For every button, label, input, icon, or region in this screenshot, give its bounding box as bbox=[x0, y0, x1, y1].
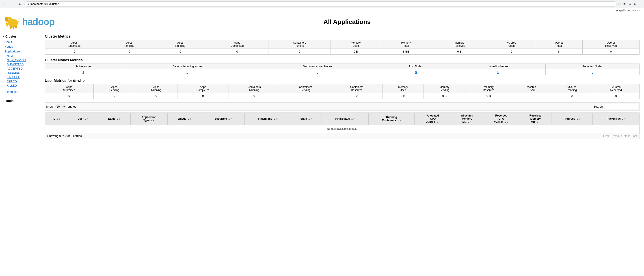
rebooted-nodes-link[interactable]: 0 bbox=[592, 70, 593, 74]
val-apps-submitted: 0 bbox=[45, 49, 104, 55]
th-reserved-mem[interactable]: ReservedMemoryMB ▲▼ bbox=[520, 113, 552, 125]
browser-chrome: ← → ↻ ● localhost:8088/cluster □ ★ ⚙ ● ⋮ bbox=[0, 0, 644, 8]
sidebar-item-applications[interactable]: Applications bbox=[0, 49, 40, 54]
val-lost-nodes: 0 bbox=[382, 69, 450, 75]
um-col-memory-pending: MemoryPending bbox=[424, 84, 465, 93]
sidebar-item-running[interactable]: RUNNING bbox=[0, 71, 40, 75]
decommissioned-link[interactable]: 0 bbox=[316, 70, 318, 74]
val-unhealthy-nodes: 0 bbox=[450, 69, 546, 75]
col-decommissioning-nodes: Decommissioning Nodes bbox=[122, 64, 253, 69]
svg-rect-7 bbox=[15, 26, 17, 28]
sidebar-item-finished[interactable]: FINISHED bbox=[0, 75, 40, 79]
val-vcores-used: 0 bbox=[488, 49, 535, 55]
address-bar[interactable]: ● localhost:8088/cluster bbox=[24, 1, 617, 6]
col-containers-running: ContainersRunning bbox=[268, 40, 331, 49]
cluster-nodes-table: Active Nodes Decommissioning Nodes Decom… bbox=[45, 64, 640, 75]
sidebar-item-accepted[interactable]: ACCEPTED bbox=[0, 66, 40, 71]
search-input[interactable] bbox=[605, 104, 638, 109]
sidebar-item-killed[interactable]: KILLED bbox=[0, 83, 40, 88]
col-active-nodes: Active Nodes bbox=[45, 64, 122, 69]
um-col-containers-reserved: ContainersReserved bbox=[331, 84, 382, 93]
main-layout: ▼ Cluster About Nodes Applications NEW N… bbox=[0, 31, 644, 276]
entries-label: entries bbox=[68, 105, 76, 108]
val-rebooted-nodes: 0 bbox=[546, 69, 640, 75]
th-state[interactable]: State ▲▼ bbox=[291, 113, 322, 125]
th-finalstatus[interactable]: FinalStatus ▲▼ bbox=[322, 113, 368, 125]
menu-icon[interactable]: ⋮ bbox=[638, 2, 642, 6]
decommissioning-link[interactable]: 0 bbox=[187, 70, 188, 74]
hadoop-logo: hadoop bbox=[4, 15, 55, 29]
logged-in-text: Logged in as: dr.who bbox=[615, 9, 640, 12]
cluster-triangle-icon: ▼ bbox=[2, 35, 4, 38]
um-val-apps-submitted: 0 bbox=[45, 93, 94, 99]
th-id[interactable]: ID ▲▼ bbox=[45, 113, 68, 125]
th-progress[interactable]: Progress ▲▼ bbox=[552, 113, 593, 125]
th-user[interactable]: User ▲▼ bbox=[68, 113, 98, 125]
sort-queue-icon: ▲▼ bbox=[188, 118, 192, 120]
sidebar-item-nodes[interactable]: Nodes bbox=[0, 44, 40, 49]
sort-resmem-icon: ▲▼ bbox=[536, 121, 540, 123]
unhealthy-nodes-link[interactable]: 0 bbox=[497, 70, 498, 74]
val-memory-total: 8 GB bbox=[381, 49, 431, 55]
svg-rect-5 bbox=[10, 26, 12, 29]
table-controls: Show 10 20 50 100 entries Search: bbox=[45, 102, 640, 111]
sidebar-item-failed[interactable]: FAILED bbox=[0, 79, 40, 83]
lost-nodes-link[interactable]: 0 bbox=[415, 70, 417, 74]
th-alloc-mem[interactable]: AllocatedMemoryMB ▲▼ bbox=[451, 113, 483, 125]
sidebar: ▼ Cluster About Nodes Applications NEW N… bbox=[0, 31, 40, 276]
logged-in-bar: Logged in as: dr.who bbox=[0, 8, 644, 13]
th-finishtime[interactable]: FinishTime ▲▼ bbox=[245, 113, 291, 125]
um-col-vcores-pending: VCoresPending bbox=[551, 84, 593, 93]
th-reserved-cpu[interactable]: ReservedCPUVCores ▲▼ bbox=[483, 113, 520, 125]
extensions-icon[interactable]: ⚙ bbox=[628, 2, 632, 6]
star-icon[interactable]: ★ bbox=[623, 2, 626, 6]
um-val-vcores-used: 0 bbox=[512, 93, 551, 99]
sidebar-item-about[interactable]: About bbox=[0, 40, 40, 44]
um-val-vcores-reserved: 0 bbox=[593, 93, 639, 99]
um-col-memory-reserved: MemoryReserved bbox=[466, 84, 512, 93]
show-entries-area: Show 10 20 50 100 entries bbox=[46, 104, 76, 109]
um-col-containers-pending: ContainersPending bbox=[280, 84, 331, 93]
col-vcores-total: VCoresTotal bbox=[535, 40, 582, 49]
sort-runcontainers-icon: ▲▼ bbox=[397, 120, 401, 122]
sort-finalstatus-icon: ▲▼ bbox=[351, 118, 355, 120]
entries-select[interactable]: 10 20 50 100 bbox=[55, 104, 66, 109]
col-apps-submitted: AppsSubmitted bbox=[45, 40, 104, 49]
um-val-vcores-pending: 0 bbox=[551, 93, 593, 99]
active-nodes-link[interactable]: 1 bbox=[82, 70, 84, 74]
th-name[interactable]: Name ▲▼ bbox=[98, 113, 131, 125]
sidebar-item-submitted[interactable]: SUBMITTED bbox=[0, 62, 40, 66]
forward-button[interactable]: → bbox=[10, 1, 16, 6]
sort-tracking-icon: ▲▼ bbox=[622, 118, 626, 120]
reload-button[interactable]: ↻ bbox=[18, 1, 23, 6]
val-containers-running: 0 bbox=[268, 49, 331, 55]
th-starttime[interactable]: StartTime ▲▼ bbox=[202, 113, 245, 125]
um-col-apps-completed: AppsCompleted bbox=[177, 84, 228, 93]
val-vcores-total: 8 bbox=[535, 49, 582, 55]
um-col-containers-running: ContainersRunning bbox=[228, 84, 280, 93]
th-queue[interactable]: Queue ▲▼ bbox=[168, 113, 202, 125]
um-val-containers-reserved: 0 bbox=[331, 93, 382, 99]
profile-icon[interactable]: ● bbox=[634, 2, 636, 6]
cast-icon[interactable]: □ bbox=[619, 2, 621, 6]
tools-section-header[interactable]: ► Tools bbox=[0, 98, 40, 104]
svg-rect-6 bbox=[12, 26, 14, 29]
th-alloc-cpu[interactable]: AllocatedCPUVCores ▲▼ bbox=[414, 113, 451, 125]
back-button[interactable]: ← bbox=[2, 1, 8, 6]
app-header: hadoop All Applications bbox=[0, 13, 644, 31]
cluster-section-header[interactable]: ▼ Cluster bbox=[0, 33, 40, 40]
sort-start-icon: ▲▼ bbox=[228, 118, 232, 120]
user-metrics-title: User Metrics for dr.who bbox=[45, 79, 640, 83]
um-val-apps-completed: 0 bbox=[177, 93, 228, 99]
user-metrics-table: AppsSubmitted AppsPending AppsRunning Ap… bbox=[45, 84, 640, 99]
th-application-type[interactable]: ApplicationType ▲▼ bbox=[131, 113, 168, 125]
tools-label: Tools bbox=[6, 99, 14, 103]
sidebar-item-new-saving[interactable]: NEW_SAVING bbox=[0, 58, 40, 62]
col-memory-used: MemoryUsed bbox=[331, 40, 381, 49]
pagination-controls: First Previous Next Last bbox=[603, 134, 637, 138]
th-tracking-ui[interactable]: Tracking UI ▲▼ bbox=[592, 113, 639, 125]
sidebar-item-scheduler[interactable]: Scheduler bbox=[0, 90, 40, 94]
sidebar-item-new[interactable]: NEW bbox=[0, 54, 40, 58]
tools-triangle-icon: ► bbox=[2, 100, 4, 102]
th-running-containers[interactable]: RunningContainers ▲▼ bbox=[368, 113, 414, 125]
